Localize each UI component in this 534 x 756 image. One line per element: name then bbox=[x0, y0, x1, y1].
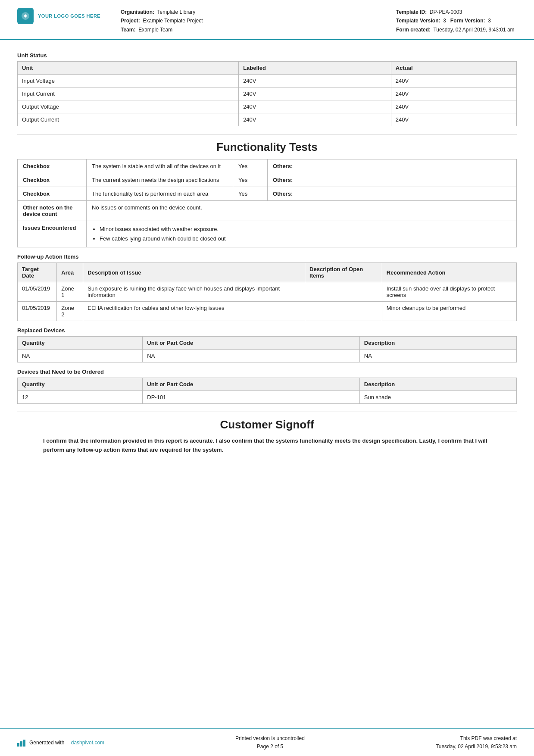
template-id-value: DP-PEA-0003 bbox=[430, 9, 462, 15]
table-cell: 12 bbox=[18, 391, 143, 404]
table-cell bbox=[305, 302, 382, 321]
func-desc-cell: The current system meets the design spec… bbox=[87, 173, 233, 187]
table-row: Issues EncounteredMinor issues associate… bbox=[18, 221, 517, 247]
func-val-cell: Yes bbox=[233, 173, 268, 187]
unit-status-header-row: Unit Labelled Actual bbox=[18, 62, 517, 75]
footer-center: Printed version is uncontrolled Page 2 o… bbox=[235, 734, 305, 751]
table-row: 01/05/2019Zone 2EEHA rectification for c… bbox=[18, 302, 517, 321]
logo-text: YOUR LOGO GOES HERE bbox=[38, 13, 100, 19]
footer-logo: Generated with dashpivot.com bbox=[17, 739, 104, 747]
table-cell: Output Voltage bbox=[18, 100, 239, 113]
unit-col-header: Unit bbox=[18, 62, 239, 75]
followup-col-area: Area bbox=[57, 263, 83, 282]
project-line: Project: Example Template Project bbox=[121, 16, 396, 25]
logo-svg bbox=[21, 11, 30, 21]
func-val-cell: Yes bbox=[233, 187, 268, 201]
table-cell: NA bbox=[143, 350, 360, 362]
func-issues-cell: Minor issues associated with weather exp… bbox=[87, 221, 517, 247]
followup-col-open: Description of Open Items bbox=[305, 263, 382, 282]
bar2 bbox=[20, 741, 22, 747]
table-cell bbox=[305, 282, 382, 302]
func-desc-cell: No issues or comments on the device coun… bbox=[87, 201, 517, 221]
followup-table: Target Date Area Description of Issue De… bbox=[17, 262, 517, 321]
project-value: Example Template Project bbox=[143, 18, 203, 24]
replaced-body: NANANA bbox=[18, 350, 517, 362]
version-line: Template Version: 3 Form Version: 3 bbox=[396, 16, 517, 25]
table-cell: Minor cleanups to be performed bbox=[382, 302, 516, 321]
main-content: Unit Status Unit Labelled Actual Input V… bbox=[0, 40, 534, 728]
table-cell: 240V bbox=[239, 87, 391, 100]
table-cell: 240V bbox=[239, 100, 391, 113]
list-item: Few cables lying around which could be c… bbox=[100, 234, 511, 244]
dashpivot-link[interactable]: dashpivot.com bbox=[71, 740, 104, 746]
table-row: Input Current240V240V bbox=[18, 87, 517, 100]
team-value: Example Team bbox=[138, 27, 172, 33]
table-cell: 240V bbox=[391, 100, 516, 113]
bar1 bbox=[17, 743, 19, 747]
template-ver-value: 3 bbox=[443, 18, 446, 24]
func-label-cell: Other notes on thedevice count bbox=[18, 201, 87, 221]
table-row: NANANA bbox=[18, 350, 517, 362]
footer-right: This PDF was created at Tuesday, 02 Apri… bbox=[436, 734, 517, 751]
func-desc-cell: The functionality test is performed in e… bbox=[87, 187, 233, 201]
followup-body: 01/05/2019Zone 1Sun exposure is ruining … bbox=[18, 282, 517, 321]
table-cell: 240V bbox=[239, 75, 391, 87]
func-others-cell: Others: bbox=[268, 173, 517, 187]
table-cell: Output Current bbox=[18, 113, 239, 126]
form-created-label: Form created: bbox=[396, 27, 431, 33]
table-cell: Sun exposure is ruining the display face… bbox=[83, 282, 305, 302]
unit-status-label: Unit Status bbox=[17, 52, 517, 59]
header: YOUR LOGO GOES HERE Organisation: Templa… bbox=[0, 0, 534, 40]
table-cell: Input Voltage bbox=[18, 75, 239, 87]
func-body: CheckboxThe system is stable and with al… bbox=[18, 159, 517, 247]
table-cell: EEHA rectification for cables and other … bbox=[83, 302, 305, 321]
table-cell: 01/05/2019 bbox=[18, 282, 57, 302]
replaced-col-qty: Quantity bbox=[18, 337, 143, 350]
logo-section: YOUR LOGO GOES HERE bbox=[17, 8, 103, 24]
followup-col-action: Recommended Action bbox=[382, 263, 516, 282]
template-id-label: Template ID: bbox=[396, 9, 427, 15]
devices-to-order-label: Devices that Need to be Ordered bbox=[17, 369, 517, 375]
table-cell: 240V bbox=[391, 75, 516, 87]
replaced-col-part: Unit or Part Code bbox=[143, 337, 360, 350]
header-right: Template ID: DP-PEA-0003 Template Versio… bbox=[396, 8, 517, 34]
page-label: Page 2 of 5 bbox=[235, 743, 305, 751]
table-cell: Zone 2 bbox=[57, 302, 83, 321]
order-header-row: Quantity Unit or Part Code Description bbox=[18, 378, 517, 391]
form-created-value: Tuesday, 02 April 2019, 9:43:01 am bbox=[433, 27, 514, 33]
footer-bar-chart-icon bbox=[17, 739, 27, 747]
table-cell: Input Current bbox=[18, 87, 239, 100]
unit-status-body: Input Voltage240V240VInput Current240V24… bbox=[18, 75, 517, 126]
table-row: Output Current240V240V bbox=[18, 113, 517, 126]
func-label-cell: Checkbox bbox=[18, 159, 87, 173]
table-row: CheckboxThe functionality test is perfor… bbox=[18, 187, 517, 201]
devices-to-order-table: Quantity Unit or Part Code Description 1… bbox=[17, 378, 517, 404]
order-body: 12DP-101Sun shade bbox=[18, 391, 517, 404]
table-cell: DP-101 bbox=[143, 391, 360, 404]
form-ver-value: 3 bbox=[488, 18, 491, 24]
replaced-devices-label: Replaced Devices bbox=[17, 327, 517, 334]
followup-label: Follow-up Action Items bbox=[17, 253, 517, 260]
form-created-line: Form created: Tuesday, 02 April 2019, 9:… bbox=[396, 25, 517, 34]
func-label-cell: Checkbox bbox=[18, 187, 87, 201]
func-others-cell: Others: bbox=[268, 159, 517, 173]
table-row: Other notes on thedevice countNo issues … bbox=[18, 201, 517, 221]
actual-col-header: Actual bbox=[391, 62, 516, 75]
template-ver-label: Template Version: bbox=[396, 18, 440, 24]
table-cell: Zone 1 bbox=[57, 282, 83, 302]
pdf-label: This PDF was created at bbox=[436, 734, 517, 743]
form-ver-label: Form Version: bbox=[450, 18, 485, 24]
followup-header-row: Target Date Area Description of Issue De… bbox=[18, 263, 517, 282]
signoff-heading: Customer Signoff bbox=[17, 412, 517, 431]
followup-col-date: Target Date bbox=[18, 263, 57, 282]
functionality-table: CheckboxThe system is stable and with al… bbox=[17, 159, 517, 247]
table-cell: 240V bbox=[391, 113, 516, 126]
uncontrolled-label: Printed version is uncontrolled bbox=[235, 734, 305, 743]
table-row: Input Voltage240V240V bbox=[18, 75, 517, 87]
table-row: CheckboxThe system is stable and with al… bbox=[18, 159, 517, 173]
table-cell: NA bbox=[359, 350, 516, 362]
func-desc-cell: The system is stable and with all of the… bbox=[87, 159, 233, 173]
table-cell: Install sun shade over all displays to p… bbox=[382, 282, 516, 302]
footer-left: Generated with dashpivot.com bbox=[17, 739, 104, 747]
labelled-col-header: Labelled bbox=[239, 62, 391, 75]
